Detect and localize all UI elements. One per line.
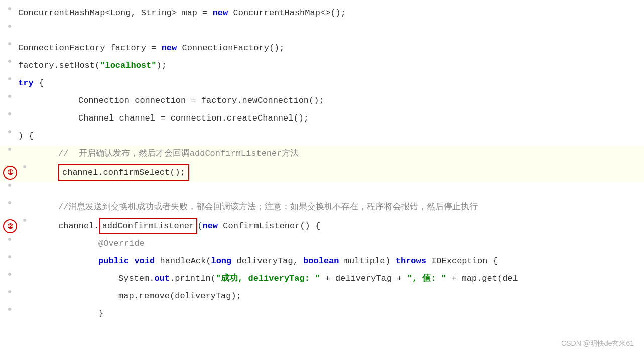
confirm-select-box: channel.confirmSelect();: [58, 164, 189, 181]
gutter-1: [5, 5, 14, 10]
code-line-13: ② channel.addConfirmListener(new Confirm…: [0, 217, 644, 235]
code-container: ConcurrentHashMap<Long, String> map = ne…: [0, 0, 644, 355]
circle-2: ②: [3, 219, 17, 233]
line-content-4: factory.setHost("localhost");: [18, 58, 644, 73]
code-line-18: }: [0, 306, 644, 323]
code-line-11: [0, 182, 644, 199]
code-line-8: ) {: [0, 128, 644, 146]
line-content-16: System.out.println("成功, deliveryTag: " +…: [18, 271, 644, 286]
gutter-16: [5, 271, 14, 276]
line-content-14: @Override: [18, 235, 644, 251]
code-line-16: System.out.println("成功, deliveryTag: " +…: [0, 271, 644, 288]
line-content-6: Connection connection = factory.newConne…: [18, 93, 644, 108]
code-line-4: factory.setHost("localhost");: [0, 58, 644, 75]
line-content-5: try {: [18, 75, 644, 91]
line-content-10: channel.confirmSelect();: [33, 163, 644, 182]
code-line-9: // 开启确认发布，然后才会回调addConfirmListener方法: [0, 146, 644, 163]
code-line-1: ConcurrentHashMap<Long, String> map = ne…: [0, 5, 644, 23]
code-line-3: ConnectionFactory factory = new Connecti…: [0, 40, 644, 58]
gutter-5: [5, 75, 14, 80]
gutter-11: [5, 182, 14, 187]
gutter-18: [5, 306, 14, 311]
line-content-18: }: [18, 306, 644, 321]
line-content-17: map.remove(deliveryTag);: [18, 288, 644, 304]
gutter-17: [5, 288, 14, 293]
gutter-15: [5, 253, 14, 258]
code-line-7: Channel channel = connection.createChann…: [0, 110, 644, 128]
add-confirm-listener-box: addConfirmListener: [99, 218, 198, 234]
code-line-10: ① channel.confirmSelect();: [0, 163, 644, 182]
gutter-12: [5, 199, 14, 204]
code-line-12: //消息发送到交换机成功或者失败，都会回调该方法；注意：如果交换机不存在，程序将…: [0, 199, 644, 217]
code-line-17: map.remove(deliveryTag);: [0, 288, 644, 306]
line-content-13: channel.addConfirmListener(new ConfirmLi…: [33, 217, 644, 235]
gutter-14: [5, 235, 14, 241]
line-content-3: ConnectionFactory factory = new Connecti…: [18, 40, 644, 56]
line-content-11: [18, 182, 644, 197]
gutter-3: [5, 40, 14, 45]
gutter-8: [5, 128, 14, 133]
gutter-13: [20, 217, 29, 222]
line-content-1: ConcurrentHashMap<Long, String> map = ne…: [18, 5, 644, 21]
code-line-15: public void handleAck(long deliveryTag, …: [0, 253, 644, 271]
code-line-14: @Override: [0, 235, 644, 253]
gutter-10: [20, 163, 29, 168]
code-line-6: Connection connection = factory.newConne…: [0, 93, 644, 110]
line-content-2: [18, 23, 644, 38]
gutter-7: [5, 110, 14, 115]
gutter-2: [5, 23, 14, 28]
gutter-9: [5, 146, 14, 151]
line-content-7: Channel channel = connection.createChann…: [18, 110, 644, 126]
code-line-2: [0, 23, 644, 40]
line-content-9: // 开启确认发布，然后才会回调addConfirmListener方法: [18, 146, 644, 161]
gutter-4: [5, 58, 14, 63]
watermark: CSDN @明快de玄米61: [561, 338, 634, 349]
gutter-6: [5, 93, 14, 98]
line-content-8: ) {: [18, 128, 644, 144]
code-line-5: try {: [0, 75, 644, 93]
line-content-15: public void handleAck(long deliveryTag, …: [18, 253, 644, 269]
circle-1: ①: [3, 166, 17, 180]
line-content-12: //消息发送到交换机成功或者失败，都会回调该方法；注意：如果交换机不存在，程序将…: [18, 199, 644, 215]
